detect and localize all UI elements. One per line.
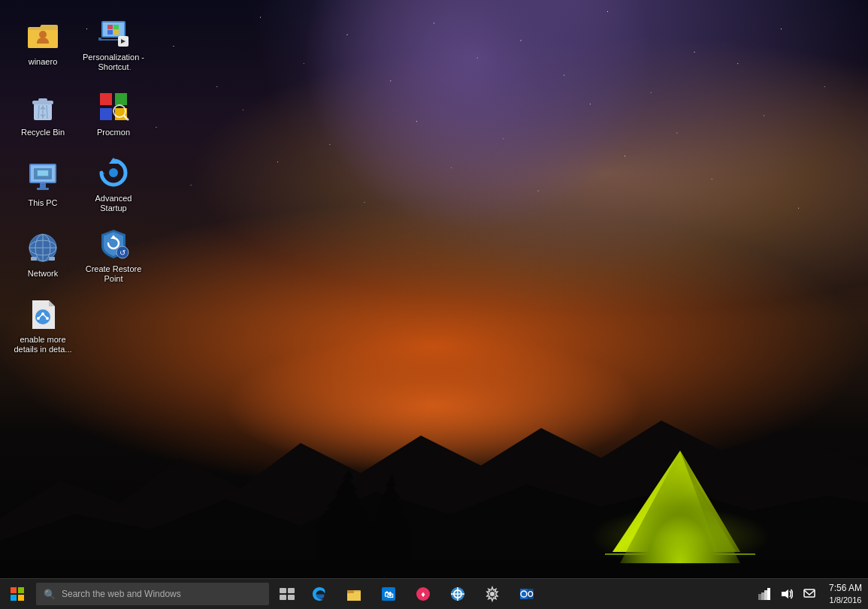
start-button[interactable] [0, 579, 35, 610]
taskbar-apps: 🛍 ♦ [302, 579, 754, 610]
svg-rect-76 [758, 594, 761, 600]
svg-rect-43 [49, 257, 55, 261]
svg-text:↺: ↺ [119, 249, 126, 257]
desktop-icon-create-restore[interactable]: ↺ Create Restore Point [80, 221, 147, 288]
procmon-label: Procmon [97, 128, 130, 137]
svg-rect-60 [288, 595, 295, 600]
svg-text:♦: ♦ [421, 589, 425, 598]
personalization-icon [95, 14, 132, 50]
this-pc-icon [25, 159, 61, 195]
taskbar: 🔍 Search the web and Windows [0, 578, 868, 609]
desktop-icon-procmon[interactable]: Procmon [80, 80, 147, 147]
taskbar-app4[interactable]: ♦ [406, 579, 440, 610]
search-icon: 🔍 [44, 589, 56, 600]
svg-rect-79 [767, 588, 770, 600]
svg-rect-58 [288, 588, 295, 593]
advanced-startup-label: Advanced Startup [83, 194, 144, 213]
svg-rect-59 [280, 595, 286, 600]
search-bar[interactable]: 🔍 Search the web and Windows [36, 583, 269, 605]
desktop-icon-network[interactable]: Network [9, 221, 77, 288]
clock-time: 7:56 AM [829, 582, 862, 595]
desktop-icon-this-pc[interactable]: This PC [9, 150, 77, 218]
tray-message-icon[interactable] [799, 579, 820, 610]
svg-marker-5 [624, 462, 736, 552]
svg-rect-42 [31, 257, 37, 261]
svg-marker-80 [782, 589, 788, 598]
personalization-label: Personalization - Shortcut [83, 53, 144, 72]
svg-rect-53 [11, 587, 17, 593]
svg-rect-77 [761, 592, 764, 600]
winaero-icon [25, 18, 61, 54]
svg-text:O: O [528, 590, 534, 598]
svg-rect-22 [100, 93, 112, 105]
svg-rect-18 [38, 98, 47, 101]
recycle-bin-label: Recycle Bin [21, 128, 65, 137]
svg-marker-4 [680, 451, 740, 552]
svg-rect-81 [804, 589, 815, 597]
network-label: Network [28, 269, 58, 279]
search-text: Search the web and Windows [62, 589, 181, 599]
svg-point-47 [35, 309, 50, 324]
network-icon [25, 230, 61, 266]
svg-rect-12 [107, 30, 113, 35]
svg-rect-62 [347, 590, 354, 593]
svg-rect-56 [18, 595, 24, 601]
desktop: winaero [0, 0, 868, 578]
taskbar-app5[interactable] [440, 579, 475, 610]
svg-rect-31 [37, 188, 49, 190]
svg-line-21 [47, 105, 47, 119]
svg-rect-34 [38, 170, 48, 176]
svg-rect-30 [40, 183, 46, 188]
desktop-icon-enable-more[interactable]: enable more details in deta... [9, 291, 77, 359]
system-tray [754, 579, 820, 610]
winaero-label: winaero [29, 57, 58, 67]
svg-rect-23 [115, 93, 127, 105]
svg-point-2 [612, 533, 748, 563]
advanced-startup-icon [95, 155, 132, 191]
tray-network-icon[interactable] [754, 579, 775, 610]
svg-rect-55 [11, 595, 17, 601]
tent [597, 428, 763, 563]
recycle-bin-icon [25, 89, 61, 125]
create-restore-icon: ↺ [95, 225, 132, 261]
task-view-button[interactable] [272, 579, 302, 610]
desktop-icon-grid: winaero [0, 0, 156, 368]
clock-date: 1/8/2016 [830, 595, 862, 606]
svg-point-36 [109, 168, 118, 177]
taskbar-settings[interactable] [475, 579, 510, 610]
procmon-icon [95, 89, 132, 125]
svg-point-71 [490, 592, 494, 596]
svg-text:🛍: 🛍 [384, 589, 394, 600]
desktop-icon-personalization[interactable]: Personalization - Shortcut [80, 9, 147, 77]
taskbar-store[interactable]: 🛍 [371, 579, 406, 610]
desktop-icon-recycle-bin[interactable]: Recycle Bin [9, 80, 77, 147]
taskbar-explorer[interactable] [337, 579, 371, 610]
svg-rect-10 [107, 25, 113, 29]
desktop-icon-advanced-startup[interactable]: Advanced Startup [80, 150, 147, 218]
svg-point-7 [39, 31, 47, 38]
tray-volume-icon[interactable] [776, 579, 797, 610]
svg-rect-11 [113, 25, 119, 29]
svg-rect-54 [18, 587, 24, 593]
svg-marker-3 [612, 451, 740, 552]
this-pc-label: This PC [28, 198, 57, 208]
desktop-icon-winaero[interactable]: winaero [9, 9, 77, 77]
svg-rect-13 [113, 30, 119, 35]
clock[interactable]: 7:56 AM 1/8/2016 [823, 579, 868, 610]
svg-rect-24 [100, 108, 112, 120]
create-restore-label: Create Restore Point [83, 264, 144, 284]
svg-line-19 [38, 105, 39, 119]
enable-more-label: enable more details in deta... [12, 335, 74, 354]
svg-rect-57 [280, 588, 286, 593]
taskbar-edge[interactable] [302, 579, 337, 610]
svg-rect-78 [764, 590, 767, 600]
taskbar-outlook[interactable]: O [510, 579, 544, 610]
enable-more-icon [25, 296, 61, 332]
